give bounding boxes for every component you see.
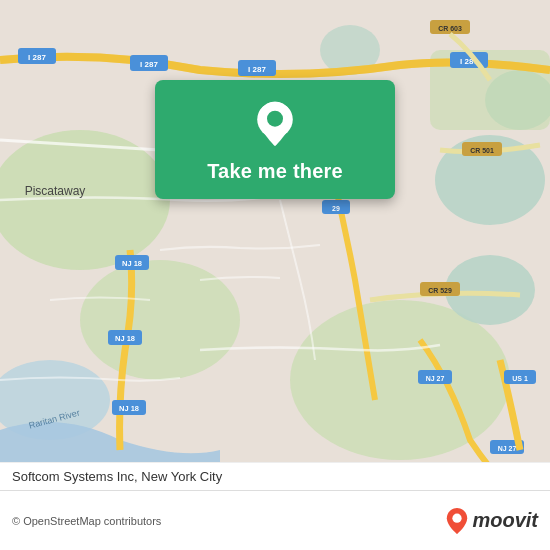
svg-text:CR 529: CR 529 (428, 287, 452, 294)
map-svg: I 287 I 287 I 287 I 287 NJ 18 NJ 18 NJ 1… (0, 0, 550, 490)
location-text: Softcom Systems Inc, New York City (12, 469, 222, 484)
svg-text:I 287: I 287 (140, 60, 158, 69)
svg-point-3 (290, 300, 510, 460)
svg-text:29: 29 (332, 205, 340, 212)
map-container: I 287 I 287 I 287 I 287 NJ 18 NJ 18 NJ 1… (0, 0, 550, 490)
svg-text:NJ 18: NJ 18 (115, 334, 135, 343)
location-pin-icon (251, 100, 299, 148)
location-info-bar: Softcom Systems Inc, New York City (0, 462, 550, 490)
map-attribution: © OpenStreetMap contributors (12, 515, 161, 527)
svg-text:I 287: I 287 (248, 65, 266, 74)
location-card[interactable]: Take me there (155, 80, 395, 199)
svg-text:CR 603: CR 603 (438, 25, 462, 32)
svg-text:NJ 27: NJ 27 (426, 375, 445, 382)
svg-text:NJ 27: NJ 27 (498, 445, 517, 452)
bottom-bar: © OpenStreetMap contributors moovit (0, 490, 550, 550)
moovit-pin-icon (446, 508, 468, 534)
svg-text:CR 501: CR 501 (470, 147, 494, 154)
svg-point-41 (267, 111, 283, 127)
svg-text:US 1: US 1 (512, 375, 528, 382)
moovit-logo: moovit (446, 508, 538, 534)
svg-text:I 287: I 287 (28, 53, 46, 62)
take-me-there-label: Take me there (207, 160, 343, 183)
svg-text:NJ 18: NJ 18 (119, 404, 139, 413)
svg-text:Piscataway: Piscataway (25, 184, 86, 198)
moovit-brand-text: moovit (472, 509, 538, 532)
svg-text:NJ 18: NJ 18 (122, 259, 142, 268)
svg-point-42 (453, 513, 462, 522)
